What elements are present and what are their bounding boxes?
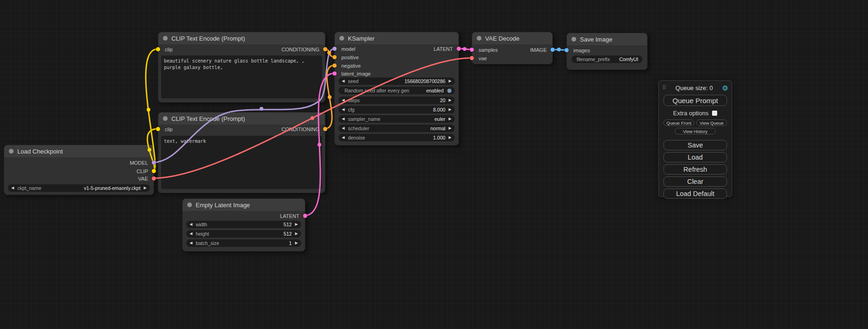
increment-arrow-icon[interactable]: ▶ [449, 117, 452, 121]
cfg-widget[interactable]: ◀ cfg 8.000 ▶ [339, 106, 455, 113]
node-load-checkpoint[interactable]: Load Checkpoint MODEL CLIP VAE ◀ ckpt_na… [4, 145, 154, 195]
image-output-dot[interactable] [550, 48, 555, 52]
widget-label: height [196, 231, 209, 237]
increment-arrow-icon[interactable]: ▶ [295, 223, 298, 226]
images-input-dot[interactable] [565, 48, 569, 52]
clip-input-dot[interactable] [156, 47, 160, 51]
collapse-dot-icon[interactable] [477, 36, 481, 41]
increment-arrow-icon[interactable]: ▶ [449, 126, 452, 130]
load-default-button[interactable]: Load Default [663, 189, 727, 199]
sampler-name-widget[interactable]: ◀ sampler_name euler ▶ [339, 115, 455, 123]
save-button[interactable]: Save [663, 140, 727, 150]
toggle-dot-icon[interactable] [447, 89, 452, 93]
conditioning-output-dot[interactable] [323, 127, 327, 131]
node-clip-text-encode-negative[interactable]: CLIP Text Encode (Prompt) clip CONDITION… [158, 112, 325, 193]
node-title-bar[interactable]: VAE Decode [472, 32, 552, 44]
widget-label: seed [348, 78, 359, 84]
negative-input-dot[interactable] [332, 63, 337, 68]
input-slot-images-label: images [573, 47, 590, 54]
clip-input-dot[interactable] [156, 127, 160, 131]
settings-gear-icon[interactable]: ⚙ [722, 84, 728, 91]
node-save-image[interactable]: Save Image images filename_prefix ComfyU… [566, 33, 648, 70]
queue-prompt-button[interactable]: Queue Prompt [663, 95, 727, 106]
view-history-button[interactable]: View History [675, 128, 716, 134]
increment-arrow-icon[interactable]: ▶ [449, 79, 452, 83]
width-widget[interactable]: ◀ width 512 ▶ [186, 221, 301, 228]
batch-size-widget[interactable]: ◀ batch_size 1 ▶ [186, 239, 301, 247]
conditioning-output-dot[interactable] [323, 47, 327, 51]
decrement-arrow-icon[interactable]: ◀ [342, 79, 345, 83]
decrement-arrow-icon[interactable]: ◀ [342, 98, 345, 102]
decrement-arrow-icon[interactable]: ◀ [342, 108, 345, 112]
increment-arrow-icon[interactable]: ▶ [449, 98, 452, 102]
positive-prompt-textarea[interactable]: beautiful scenery nature glass bottle la… [161, 56, 322, 98]
increment-arrow-icon[interactable]: ▶ [295, 241, 298, 245]
widget-value: enabled [426, 88, 444, 93]
decrement-arrow-icon[interactable]: ◀ [342, 126, 345, 130]
decrement-arrow-icon[interactable]: ◀ [190, 232, 192, 236]
decrement-arrow-icon[interactable]: ◀ [342, 117, 345, 121]
node-title-bar[interactable]: Empty Latent Image [183, 199, 305, 211]
vae-output-dot[interactable] [152, 176, 156, 181]
model-output-dot[interactable] [152, 161, 156, 165]
filename-prefix-widget[interactable]: filename_prefix ComfyUI [572, 56, 642, 63]
clip-output-dot[interactable] [152, 169, 156, 173]
collapse-dot-icon[interactable] [339, 36, 344, 41]
collapse-dot-icon[interactable] [163, 116, 168, 121]
input-slot-vae-label: vae [479, 55, 487, 62]
negative-prompt-textarea[interactable]: text, watermark [161, 136, 322, 189]
steps-widget[interactable]: ◀ steps 20 ▶ [339, 97, 455, 104]
node-ksampler[interactable]: KSampler model positive negative latent_… [334, 32, 459, 146]
load-button[interactable]: Load [663, 152, 727, 162]
collapse-dot-icon[interactable] [9, 149, 14, 154]
collapse-dot-icon[interactable] [187, 203, 192, 207]
decrement-arrow-icon[interactable]: ◀ [190, 223, 192, 226]
queue-menu-panel: ⠿ Queue size: 0 ⚙ Queue Prompt Extra opt… [658, 80, 732, 197]
node-clip-text-encode-positive[interactable]: CLIP Text Encode (Prompt) clip CONDITION… [158, 32, 325, 103]
positive-input-dot[interactable] [332, 55, 337, 59]
latent-image-input-dot[interactable] [332, 71, 337, 76]
increment-arrow-icon[interactable]: ▶ [449, 136, 452, 140]
latent-output-dot[interactable] [303, 214, 307, 218]
model-input-dot[interactable] [332, 47, 337, 51]
collapse-dot-icon[interactable] [163, 36, 168, 41]
widget-value: 1.000 [433, 135, 445, 140]
denoise-widget[interactable]: ◀ denoise 1.000 ▶ [339, 134, 455, 141]
view-queue-button[interactable]: View Queue [696, 119, 727, 126]
collapse-dot-icon[interactable] [572, 37, 576, 42]
input-slot-clip-label: clip [165, 126, 173, 133]
scheduler-widget[interactable]: ◀ scheduler normal ▶ [339, 125, 455, 132]
refresh-button[interactable]: Refresh [663, 164, 727, 175]
widget-value: euler [434, 116, 445, 122]
node-title-bar[interactable]: Load Checkpoint [4, 145, 154, 157]
decrement-arrow-icon[interactable]: ◀ [190, 241, 192, 245]
decrement-arrow-icon[interactable]: ◀ [11, 186, 14, 190]
clear-button[interactable]: Clear [663, 176, 727, 187]
node-empty-latent-image[interactable]: Empty Latent Image LATENT ◀ width 512 ▶ … [182, 198, 305, 252]
latent-output-dot[interactable] [457, 47, 461, 51]
decrement-arrow-icon[interactable]: ◀ [342, 136, 345, 140]
node-title-bar[interactable]: KSampler [335, 32, 459, 44]
node-title-bar[interactable]: CLIP Text Encode (Prompt) [158, 32, 325, 44]
ckpt-name-widget[interactable]: ◀ ckpt_name v1-5-pruned-emaonly.ckpt ▶ [8, 184, 150, 192]
node-title-bar[interactable]: CLIP Text Encode (Prompt) [158, 112, 325, 125]
vae-input-dot[interactable] [470, 56, 474, 60]
seed-widget[interactable]: ◀ seed 156680208700286 ▶ [339, 77, 455, 85]
widget-label: cfg [348, 107, 354, 112]
drag-handle-icon[interactable]: ⠿ [662, 84, 666, 91]
samples-input-dot[interactable] [470, 48, 474, 52]
node-title: CLIP Text Encode (Prompt) [171, 35, 245, 42]
node-graph-canvas[interactable]: Load Checkpoint MODEL CLIP VAE ◀ ckpt_na… [0, 0, 868, 329]
node-vae-decode[interactable]: VAE Decode samples vae IMAGE [472, 32, 553, 64]
output-slot-latent-label: LATENT [434, 46, 453, 52]
output-slot-latent-label: LATENT [280, 213, 299, 219]
random-seed-toggle-widget[interactable]: Random seed after every gen enabled [339, 87, 455, 94]
queue-front-button[interactable]: Queue Front [663, 119, 694, 126]
increment-arrow-icon[interactable]: ▶ [449, 108, 452, 112]
increment-arrow-icon[interactable]: ▶ [144, 186, 147, 190]
height-widget[interactable]: ◀ height 512 ▶ [186, 230, 301, 238]
extra-options-label: Extra options [673, 110, 709, 117]
increment-arrow-icon[interactable]: ▶ [295, 232, 298, 236]
node-title-bar[interactable]: Save Image [567, 33, 647, 45]
extra-options-checkbox[interactable] [712, 111, 717, 116]
